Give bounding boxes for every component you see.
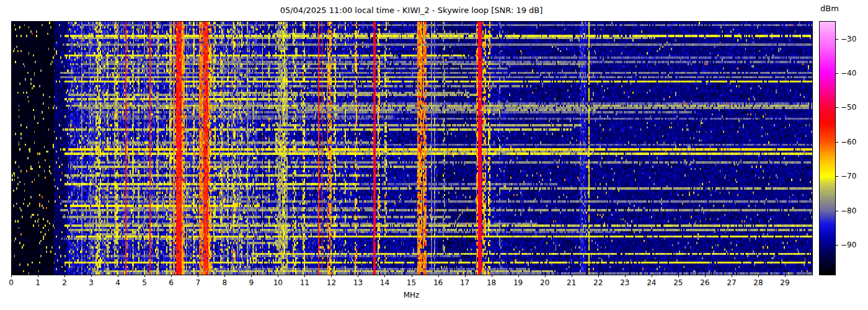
x-tick-mark xyxy=(732,275,732,277)
colorbar-tick-label: −50 xyxy=(841,104,856,111)
x-tick-mark xyxy=(171,275,172,277)
colorbar-tick-mark xyxy=(836,39,838,40)
x-tick-mark xyxy=(518,275,519,277)
x-tick-mark xyxy=(438,275,439,277)
x-tick-label: 26 xyxy=(693,278,717,287)
x-tick-mark xyxy=(11,275,12,277)
x-tick-label: 17 xyxy=(453,278,477,287)
x-tick-label: 19 xyxy=(506,278,531,287)
x-tick-mark xyxy=(705,275,706,277)
colorbar-tick-mark xyxy=(836,245,838,246)
colorbar-gradient-canvas xyxy=(820,22,835,275)
colorbar-tick-mark xyxy=(836,176,838,177)
x-tick-mark xyxy=(118,275,118,277)
x-tick-mark xyxy=(224,275,225,277)
x-tick-mark xyxy=(198,275,198,277)
plot-title: 05/04/2025 11:00 local time - KIWI_2 - S… xyxy=(11,6,812,15)
x-tick-label: 14 xyxy=(372,278,397,287)
colorbar-tick-mark xyxy=(836,73,838,74)
x-tick-mark xyxy=(144,275,145,277)
x-tick-mark xyxy=(598,275,599,277)
x-tick-mark xyxy=(545,275,546,277)
x-tick-label: 9 xyxy=(239,278,264,287)
x-tick-mark xyxy=(785,275,786,277)
x-tick-label: 16 xyxy=(426,278,451,287)
x-tick-label: 23 xyxy=(613,278,637,287)
x-tick-mark xyxy=(278,275,278,277)
colorbar-tick-mark xyxy=(836,211,838,211)
x-tick-label: 27 xyxy=(719,278,744,287)
x-tick-label: 2 xyxy=(52,278,77,287)
x-tick-label: 21 xyxy=(559,278,584,287)
x-tick-mark xyxy=(465,275,466,277)
x-tick-mark xyxy=(572,275,572,277)
colorbar-tick-label: −80 xyxy=(841,207,856,215)
x-tick-label: 0 xyxy=(0,278,24,287)
x-tick-mark xyxy=(384,275,385,277)
x-tick-label: 13 xyxy=(345,278,370,287)
x-tick-mark xyxy=(64,275,65,277)
spectrogram-figure: 05/04/2025 11:00 local time - KIWI_2 - S… xyxy=(0,0,868,310)
x-tick-mark xyxy=(91,275,92,277)
colorbar xyxy=(819,21,836,275)
x-tick-mark xyxy=(492,275,492,277)
colorbar-label: dBm xyxy=(811,4,848,13)
x-tick-label: 25 xyxy=(666,278,691,287)
x-tick-label: 18 xyxy=(479,278,504,287)
waterfall-plot-area xyxy=(11,21,813,275)
x-tick-mark xyxy=(625,275,626,277)
x-tick-label: 22 xyxy=(586,278,611,287)
x-tick-mark xyxy=(758,275,759,277)
x-tick-label: 15 xyxy=(399,278,424,287)
x-tick-mark xyxy=(412,275,412,277)
x-axis-label: MHz xyxy=(11,291,812,299)
x-tick-label: 24 xyxy=(639,278,664,287)
x-tick-label: 5 xyxy=(132,278,157,287)
colorbar-tick-mark xyxy=(836,142,838,143)
colorbar-tick-label: −70 xyxy=(841,172,856,180)
x-tick-label: 1 xyxy=(25,278,50,287)
colorbar-tick-label: −60 xyxy=(841,138,856,146)
x-tick-label: 10 xyxy=(265,278,290,287)
x-tick-mark xyxy=(38,275,38,277)
colorbar-tick-mark xyxy=(836,107,838,108)
colorbar-tick-label: −30 xyxy=(841,35,856,43)
x-tick-mark xyxy=(358,275,358,277)
colorbar-tick-label: −90 xyxy=(841,241,856,249)
x-tick-label: 3 xyxy=(79,278,104,287)
colorbar-tick-label: −40 xyxy=(841,69,856,77)
x-tick-label: 4 xyxy=(105,278,130,287)
x-tick-label: 7 xyxy=(185,278,210,287)
x-tick-mark xyxy=(678,275,679,277)
x-tick-label: 6 xyxy=(159,278,184,287)
waterfall-heatmap-canvas xyxy=(12,22,812,275)
x-tick-label: 20 xyxy=(533,278,557,287)
x-tick-label: 12 xyxy=(319,278,343,287)
x-tick-mark xyxy=(652,275,652,277)
x-tick-label: 11 xyxy=(292,278,317,287)
x-tick-mark xyxy=(331,275,332,277)
x-tick-label: 29 xyxy=(773,278,797,287)
x-tick-label: 8 xyxy=(212,278,237,287)
x-tick-mark xyxy=(304,275,305,277)
x-tick-mark xyxy=(251,275,252,277)
x-tick-label: 28 xyxy=(746,278,771,287)
